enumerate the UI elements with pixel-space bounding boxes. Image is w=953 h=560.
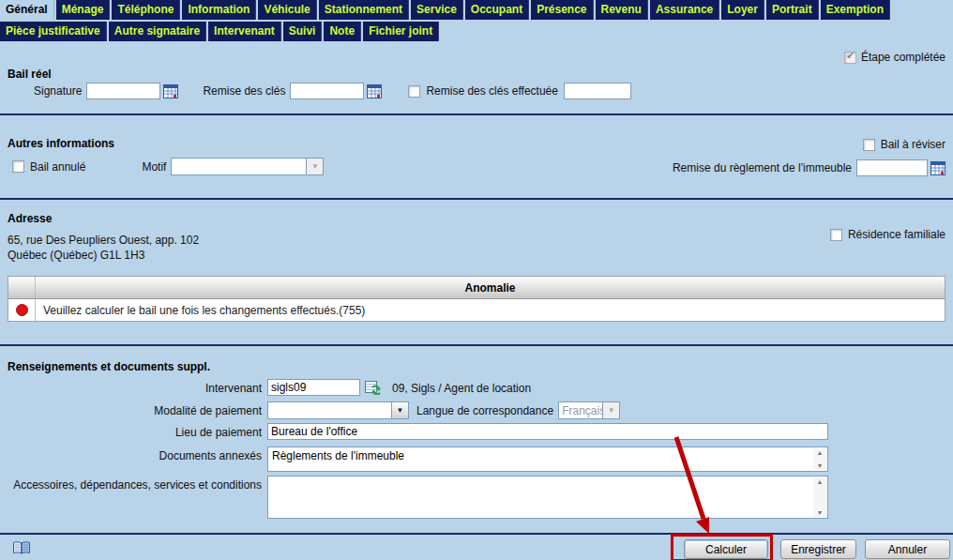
open-book-icon[interactable] <box>12 540 31 556</box>
signature-calendar-icon[interactable] <box>163 84 178 98</box>
section-title-renseignements: Renseignements et documents suppl. <box>8 360 210 373</box>
lieu-input[interactable] <box>267 423 828 440</box>
scroll-down-icon[interactable]: ▼ <box>817 508 824 517</box>
section-title-adresse: Adresse <box>8 212 52 225</box>
anomaly-message: Veuillez calculer le bail une fois les c… <box>36 299 945 321</box>
etape-completee-checkbox <box>844 52 856 64</box>
section-separator <box>0 344 953 346</box>
anomaly-table: Anomalie Veuillez calculer le bail une f… <box>8 276 945 322</box>
tab-autre-signataire[interactable]: Autre signataire <box>109 22 206 41</box>
motif-dropdown-arrow-icon: ▼ <box>306 159 323 174</box>
documents-label: Documents annexés <box>0 446 267 462</box>
signature-label: Signature <box>34 84 82 98</box>
anomaly-severity-cell <box>8 299 36 321</box>
tab-menage[interactable]: Ménage <box>56 0 111 20</box>
bail-annule-row: Bail annulé Motif ▼ <box>12 158 324 175</box>
scroll-up-icon[interactable]: ▲ <box>817 448 824 457</box>
tab-piece-justificative[interactable]: Pièce justificative <box>0 22 107 41</box>
enregistrer-button[interactable]: Enregistrer <box>780 539 856 559</box>
etape-completee-label: Étape complétée <box>861 51 945 64</box>
tab-revenu[interactable]: Revenu <box>596 0 648 20</box>
lease-general-page: Général Ménage Téléphone Information Véh… <box>0 0 953 560</box>
langue-label: Langue de correspondance <box>416 401 553 417</box>
tab-exemption[interactable]: Exemption <box>821 0 890 20</box>
motif-label: Motif <box>142 160 166 174</box>
scroll-down-icon[interactable]: ▼ <box>817 462 824 470</box>
annuler-button[interactable]: Annuler <box>865 539 950 559</box>
anomaly-severity-column <box>8 277 36 298</box>
scroll-up-icon[interactable]: ▲ <box>817 477 824 486</box>
intervenant-lookup-refresh-icon[interactable] <box>365 380 381 395</box>
address-block: 65, rue Des Peupliers Ouest, app. 102 Qu… <box>8 233 199 263</box>
address-line1: 65, rue Des Peupliers Ouest, app. 102 <box>8 233 199 248</box>
remise-effectuee-input[interactable] <box>564 83 631 99</box>
documents-row: Documents annexés Règlements de l'immeub… <box>0 446 828 472</box>
residence-familiale-checkbox[interactable] <box>830 229 842 241</box>
intervenant-caption: 09, Sigls / Agent de location <box>392 379 531 395</box>
section-title-bail-reel: Bail réel <box>8 68 52 81</box>
remise-cles-label: Remise des clés <box>203 84 285 98</box>
accessoires-textarea[interactable]: ▲▼ <box>267 476 828 519</box>
remise-effectuee-checkbox[interactable] <box>408 85 420 98</box>
tab-information[interactable]: Information <box>182 0 256 20</box>
bail-a-reviser-checkbox[interactable] <box>863 139 875 151</box>
accessoires-label: Accessoires, dépendances, services et co… <box>0 476 267 492</box>
table-row: Veuillez calculer le bail une fois les c… <box>8 299 945 321</box>
motif-select[interactable]: ▼ <box>171 158 324 175</box>
langue-dropdown-arrow-icon: ▼ <box>602 402 619 418</box>
langue-select-value: Français <box>559 402 602 418</box>
tab-assurance[interactable]: Assurance <box>650 0 719 20</box>
footer-separator <box>0 533 953 535</box>
modalite-select-value <box>268 402 391 418</box>
section-separator <box>0 114 953 115</box>
modalite-select[interactable]: ▼ <box>267 401 409 419</box>
step-completed-row: Étape complétée <box>844 51 945 64</box>
modalite-dropdown-arrow-icon: ▼ <box>391 402 408 418</box>
tab-stationnement[interactable]: Stationnement <box>319 0 409 20</box>
remise-cles-date-input[interactable] <box>290 83 364 99</box>
tab-general[interactable]: Général <box>0 0 54 20</box>
residence-familiale-row: Résidence familiale <box>830 228 945 241</box>
intervenant-input[interactable] <box>267 379 360 396</box>
remise-cles-calendar-icon[interactable] <box>367 84 382 98</box>
bail-a-reviser-row: Bail à réviser <box>863 138 945 151</box>
tab-vehicule[interactable]: Véhicule <box>258 0 316 20</box>
tab-occupant[interactable]: Occupant <box>465 0 529 20</box>
signature-date-input[interactable] <box>86 83 160 99</box>
modalite-row: Modalité de paiement ▼ Langue de corresp… <box>0 401 620 419</box>
remise-reglement-label: Remise du règlement de l'immeuble <box>673 161 852 174</box>
tab-portrait[interactable]: Portrait <box>766 0 819 20</box>
tab-telephone[interactable]: Téléphone <box>112 0 180 20</box>
tab-loyer[interactable]: Loyer <box>721 0 764 20</box>
intervenant-label: Intervenant <box>0 379 267 395</box>
bail-reel-fields-row: Signature Remise des clés Remise des clé… <box>34 83 631 99</box>
tab-bar-row2: Pièce justificative Autre signataire Int… <box>0 22 439 41</box>
documents-text: Règlements de l'immeuble <box>272 449 404 462</box>
tab-note[interactable]: Note <box>324 22 361 41</box>
tab-fichier-joint[interactable]: Fichier joint <box>363 22 439 41</box>
lieu-row: Lieu de paiement <box>0 423 828 440</box>
calculer-button[interactable]: Calculer <box>684 539 768 559</box>
intervenant-row: Intervenant 09, Sigls / Agent de locatio… <box>0 379 531 396</box>
accessoires-scrollbar[interactable]: ▲▼ <box>813 477 826 517</box>
remise-reglement-date-input[interactable] <box>856 159 928 176</box>
tab-service[interactable]: Service <box>411 0 463 20</box>
modalite-label: Modalité de paiement <box>0 401 267 417</box>
section-title-autres-informations: Autres informations <box>8 137 114 150</box>
anomaly-column-header: Anomalie <box>36 277 945 298</box>
tab-presence[interactable]: Présence <box>531 0 593 20</box>
address-line2: Québec (Québec) G1L 1H3 <box>8 248 199 263</box>
tab-intervenant[interactable]: Intervenant <box>208 22 281 41</box>
remise-effectuee-label: Remise des clés effectuée <box>426 84 558 98</box>
documents-scrollbar[interactable]: ▲▼ <box>813 448 826 470</box>
bail-annule-checkbox[interactable] <box>12 160 24 173</box>
motif-select-value <box>172 159 306 174</box>
anomaly-table-header: Anomalie <box>8 277 945 299</box>
tab-suivi[interactable]: Suivi <box>283 22 323 41</box>
tab-bar-row1: Général Ménage Téléphone Information Véh… <box>0 0 890 20</box>
remise-reglement-calendar-icon[interactable] <box>930 161 945 175</box>
remise-reglement-row: Remise du règlement de l'immeuble <box>673 159 945 176</box>
langue-select: Français ▼ <box>558 401 620 419</box>
accessoires-row: Accessoires, dépendances, services et co… <box>0 476 828 519</box>
documents-textarea[interactable]: Règlements de l'immeuble ▲▼ <box>267 446 828 472</box>
